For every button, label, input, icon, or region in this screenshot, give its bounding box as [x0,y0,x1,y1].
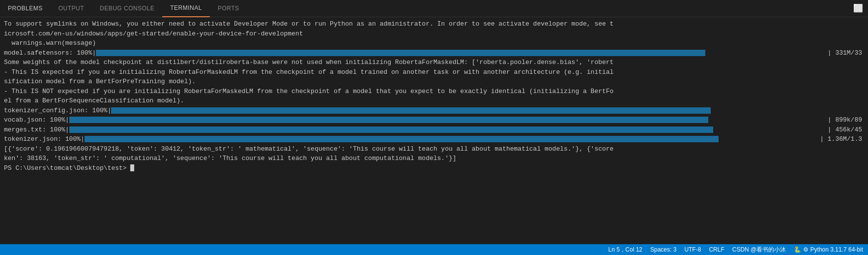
status-ln: Ln 5 [608,246,620,253]
progress-label-tokenizer-config: tokenizer_config.json: 100%| [4,106,111,116]
status-line-ending-label: CRLF [709,246,724,253]
progress-label-merges: merges.txt: 100%| [4,125,69,135]
tab-problems[interactable]: PROBLEMS [0,0,51,17]
status-encoding-label: UTF-8 [684,246,701,253]
status-bar: Ln 5, Col 12 Spaces: 3 UTF-8 CRLF CSDN @… [0,244,868,255]
progress-bar-vocab [69,117,708,123]
status-ln-col[interactable]: Ln 5, Col 12 [608,246,642,253]
terminal-line: - This IS expected if you are initializi… [4,67,864,77]
progress-bar-model [96,50,705,56]
progress-label-tokenizer: tokenizer.json: 100%| [4,134,85,144]
tab-output[interactable]: OUTPUT [51,0,92,17]
status-brand: CSDN @看书的小沐 [732,246,786,254]
terminal-container: To support symlinks on Windows, you eith… [0,17,868,244]
terminal-line: warnings.warn(message) [4,38,864,48]
progress-size-tokenizer: | 1.36M/1.3 [820,134,864,144]
tab-bar: PROBLEMS OUTPUT DEBUG CONSOLE TERMINAL P… [0,0,868,17]
status-spaces[interactable]: Spaces: 3 [650,246,676,253]
terminal-line-result2: ken': 38163, 'token_str': ' computationa… [4,154,864,163]
progress-line-model: model.safetensors: 100%| | 331M/33 [4,48,864,58]
terminal-line: icrosoft.com/en-us/windows/apps/get-star… [4,29,864,39]
terminal-line: Some weights of the model checkpoint at … [4,58,864,67]
status-encoding[interactable]: UTF-8 [684,246,701,253]
tab-terminal[interactable]: TERMINAL [162,0,210,17]
maximize-icon[interactable]: ⬜ [853,3,863,13]
terminal-line: To support symlinks on Windows, you eith… [4,19,864,29]
progress-line-merges: merges.txt: 100%| | 456k/45 [4,125,864,135]
progress-label-model: model.safetensors: 100%| [4,48,96,58]
progress-size-model: | 331M/33 [828,48,864,58]
progress-line-vocab: vocab.json: 100%| | 899k/89 [4,115,864,125]
terminal-line: el from a BertForSequenceClassification … [4,96,864,106]
status-python[interactable]: 🐍 ⚙ Python 3.11.7 64-bit [794,246,863,253]
status-line-ending[interactable]: CRLF [709,246,724,253]
progress-line-tokenizer-config: tokenizer_config.json: 100%| [4,106,864,116]
terminal-line: - This IS NOT expected if you are initia… [4,87,864,96]
progress-bar-merges [69,127,713,133]
status-spaces-label: Spaces: 3 [650,246,676,253]
status-brand-label: CSDN @看书的小沐 [732,246,786,254]
progress-size-vocab: | 899k/89 [828,115,864,125]
terminal-output[interactable]: To support symlinks on Windows, you eith… [0,17,868,244]
terminal-line: sification model from a BertForPreTraini… [4,77,864,87]
progress-bar-tokenizer-config [111,107,711,114]
progress-bar-tokenizer [85,136,719,142]
progress-label-vocab: vocab.json: 100%| [4,115,69,125]
status-col: Col 12 [625,246,642,253]
terminal-line-result1: [{'score': 0.19619660079479218, 'token':… [4,144,864,154]
progress-size-merges: | 456k/45 [828,125,864,135]
terminal-prompt[interactable]: PS C:\Users\tomcat\Desktop\test> [4,163,864,173]
tab-debug-console[interactable]: DEBUG CONSOLE [92,0,162,17]
tab-ports[interactable]: PORTS [210,0,247,17]
progress-line-tokenizer: tokenizer.json: 100%| | 1.36M/1.3 [4,134,864,144]
status-python-label: ⚙ Python 3.11.7 64-bit [803,246,863,253]
python-icon: 🐍 [794,246,801,253]
